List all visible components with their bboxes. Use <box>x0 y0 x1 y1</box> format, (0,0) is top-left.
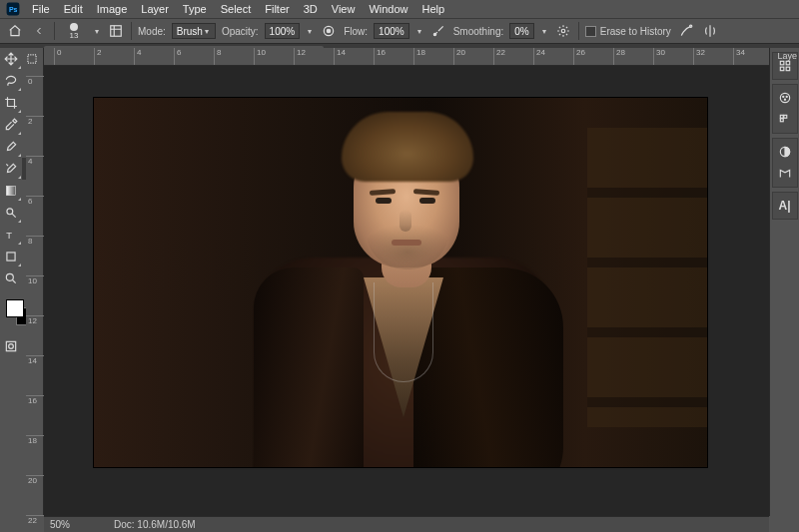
opacity-input[interactable]: 100% <box>265 23 301 39</box>
canvas-image <box>587 128 707 427</box>
chevron-down-icon[interactable]: ▾ <box>540 27 548 36</box>
zoom-level[interactable]: 50% <box>44 519 104 530</box>
ruler-tick: 4 <box>26 156 44 166</box>
back-icon[interactable] <box>30 22 48 40</box>
flow-input[interactable]: 100% <box>374 23 409 39</box>
document-area[interactable]: 0246810121416182022242628303234 02468101… <box>44 66 769 516</box>
ruler-tick: 20 <box>26 475 44 485</box>
menu-window[interactable]: Window <box>363 1 413 17</box>
canvas[interactable] <box>94 98 707 467</box>
ruler-tick: 22 <box>26 515 44 525</box>
ruler-tick: 32 <box>693 48 705 66</box>
svg-rect-20 <box>6 341 15 350</box>
ruler-tick: 10 <box>26 275 44 285</box>
menu-layer[interactable]: Layer <box>135 1 175 17</box>
brush-preset-icon[interactable]: 13 <box>61 22 87 40</box>
lasso-tool[interactable] <box>0 70 22 92</box>
chevron-down-icon[interactable]: ▾ <box>306 27 314 36</box>
dodge-tool[interactable] <box>0 202 22 224</box>
menu-type[interactable]: Type <box>177 1 213 17</box>
erase-history-checkbox[interactable]: Erase to History <box>585 25 671 38</box>
canvas-viewport[interactable] <box>44 66 769 516</box>
character-panel-icon[interactable]: A| <box>775 196 795 216</box>
opacity-value: 100% <box>270 26 296 37</box>
menu-image[interactable]: Image <box>91 1 134 17</box>
swatches-panel-icon[interactable] <box>775 110 795 130</box>
chevron-down-icon[interactable]: ▾ <box>93 27 101 36</box>
foreground-color-swatch[interactable] <box>6 299 24 317</box>
pressure-size-icon[interactable] <box>677 22 695 40</box>
separator <box>578 22 579 40</box>
vertical-ruler[interactable]: 0246810121416182022 <box>26 66 44 516</box>
svg-rect-25 <box>780 67 784 71</box>
svg-rect-15 <box>7 253 15 261</box>
menu-3d[interactable]: 3D <box>298 1 324 17</box>
gradient-tool[interactable] <box>0 180 22 202</box>
ruler-tick: 2 <box>94 48 101 66</box>
svg-rect-24 <box>786 61 790 65</box>
svg-rect-12 <box>6 186 15 195</box>
menu-file[interactable]: File <box>26 1 56 17</box>
mode-select[interactable]: Brush▾ <box>172 23 216 39</box>
menu-edit[interactable]: Edit <box>58 1 89 17</box>
svg-point-7 <box>561 29 565 33</box>
doc-size-info[interactable]: Doc: 10.6M/10.6M <box>104 519 196 530</box>
flow-value: 100% <box>379 26 404 37</box>
mode-value: Brush <box>177 26 203 37</box>
canvas-image <box>400 210 411 232</box>
quick-mask-icon[interactable] <box>0 335 22 357</box>
zoom-tool[interactable] <box>0 267 22 289</box>
svg-rect-9 <box>28 55 36 63</box>
ruler-tick: 6 <box>26 196 44 206</box>
type-tool[interactable]: T <box>0 224 22 246</box>
menu-select[interactable]: Select <box>215 1 258 17</box>
svg-rect-31 <box>780 115 783 118</box>
airbrush-icon[interactable] <box>429 22 447 40</box>
horizontal-ruler[interactable]: 0246810121416182022242628303234 <box>44 48 769 66</box>
menu-view[interactable]: View <box>326 1 362 17</box>
canvas-image <box>419 198 435 204</box>
ruler-tick: 20 <box>453 48 465 66</box>
pressure-opacity-icon[interactable] <box>320 22 338 40</box>
svg-point-30 <box>784 99 785 100</box>
brush-settings-icon[interactable] <box>107 22 125 40</box>
menu-filter[interactable]: Filter <box>259 1 295 17</box>
symmetry-icon[interactable] <box>701 22 719 40</box>
brush-size-value: 13 <box>70 32 79 40</box>
separator <box>131 22 132 40</box>
ruler-tick: 14 <box>26 355 44 365</box>
app-logo: Ps <box>4 2 22 16</box>
menu-help[interactable]: Help <box>416 1 451 17</box>
home-icon[interactable] <box>6 22 24 40</box>
panel-group: A| <box>772 192 798 220</box>
adjustments-panel-icon[interactable] <box>775 142 795 162</box>
right-panel-dock: A| Laye <box>769 48 799 516</box>
ruler-tick: 30 <box>653 48 665 66</box>
status-bar: 50% Doc: 10.6M/10.6M <box>44 516 769 532</box>
styles-panel-icon[interactable] <box>775 164 795 184</box>
canvas-image <box>392 240 421 246</box>
history-brush-tool[interactable] <box>0 158 22 180</box>
erase-history-label: Erase to History <box>600 26 671 37</box>
svg-point-21 <box>8 344 13 349</box>
ruler-tick: 28 <box>613 48 625 66</box>
smoothing-input[interactable]: 0% <box>509 23 533 39</box>
ruler-tick: 0 <box>54 48 61 66</box>
chevron-down-icon[interactable]: ▾ <box>415 27 423 36</box>
ruler-tick: 22 <box>493 48 505 66</box>
svg-point-27 <box>780 93 789 102</box>
ruler-tick: 0 <box>26 76 44 86</box>
ruler-tick: 34 <box>733 48 745 66</box>
eyedropper-tool[interactable] <box>0 114 22 136</box>
svg-rect-32 <box>783 115 786 118</box>
brush-tool[interactable] <box>0 136 22 158</box>
gear-icon[interactable] <box>554 22 572 40</box>
color-panel-icon[interactable] <box>775 88 795 108</box>
svg-point-16 <box>6 273 13 280</box>
menu-bar: Ps File Edit Image Layer Type Select Fil… <box>0 0 799 18</box>
layers-tab-label[interactable]: Laye <box>777 51 797 61</box>
shape-tool[interactable] <box>0 246 22 267</box>
crop-tool[interactable] <box>0 92 22 114</box>
svg-text:T: T <box>6 231 12 241</box>
move-tool[interactable] <box>0 48 22 70</box>
